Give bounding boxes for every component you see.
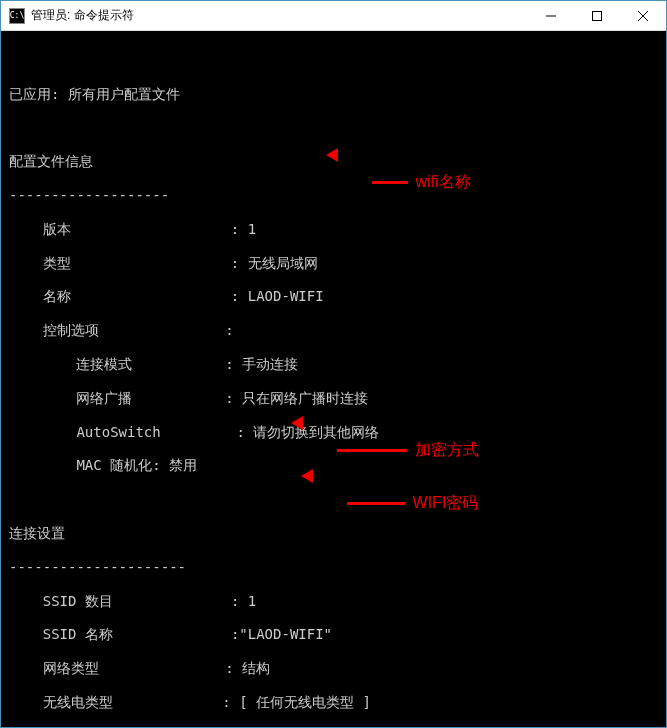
applied-line: 已应用: 所有用户配置文件 (9, 86, 658, 103)
row-name: 名称 : LAOD-WIFI (9, 288, 658, 305)
row-ssid-name: SSID 名称 :"LAOD-WIFI" (9, 626, 658, 643)
minimize-button[interactable] (528, 1, 574, 31)
close-button[interactable] (620, 1, 666, 31)
section-profile-info: 配置文件信息 (9, 153, 658, 170)
window-title: 管理员: 命令提示符 (31, 7, 134, 24)
row-net-type: 网络类型 : 结构 (9, 660, 658, 677)
svg-rect-1 (593, 12, 602, 21)
terminal-output[interactable]: 已应用: 所有用户配置文件 配置文件信息 -------------------… (1, 31, 666, 727)
divider: --------------------- (9, 559, 658, 576)
maximize-button[interactable] (574, 1, 620, 31)
window-frame: C:\ 管理员: 命令提示符 已应用: 所有用户配置文件 配置文件信息 ----… (0, 0, 667, 728)
row-autoswitch: AutoSwitch : 请勿切换到其他网络 (9, 424, 658, 441)
cmd-icon: C:\ (9, 8, 25, 24)
section-connection: 连接设置 (9, 525, 658, 542)
row-radio: 无线电类型 : [ 任何无线电类型 ] (9, 694, 658, 711)
row-version: 版本 : 1 (9, 221, 658, 238)
divider: ------------------- (9, 187, 658, 204)
row-type: 类型 : 无线局域网 (9, 255, 658, 272)
row-ssid-count: SSID 数目 : 1 (9, 593, 658, 610)
row-control: 控制选项 : (9, 322, 658, 339)
window-controls (528, 1, 666, 31)
row-conn-mode: 连接模式 : 手动连接 (9, 356, 658, 373)
blank-line (9, 52, 658, 69)
row-broadcast: 网络广播 : 只在网络广播时连接 (9, 390, 658, 407)
close-icon (638, 11, 648, 21)
titlebar[interactable]: C:\ 管理员: 命令提示符 (1, 1, 666, 31)
row-mac: MAC 随机化: 禁用 (9, 457, 658, 474)
maximize-icon (592, 11, 602, 21)
minimize-icon (546, 11, 556, 21)
